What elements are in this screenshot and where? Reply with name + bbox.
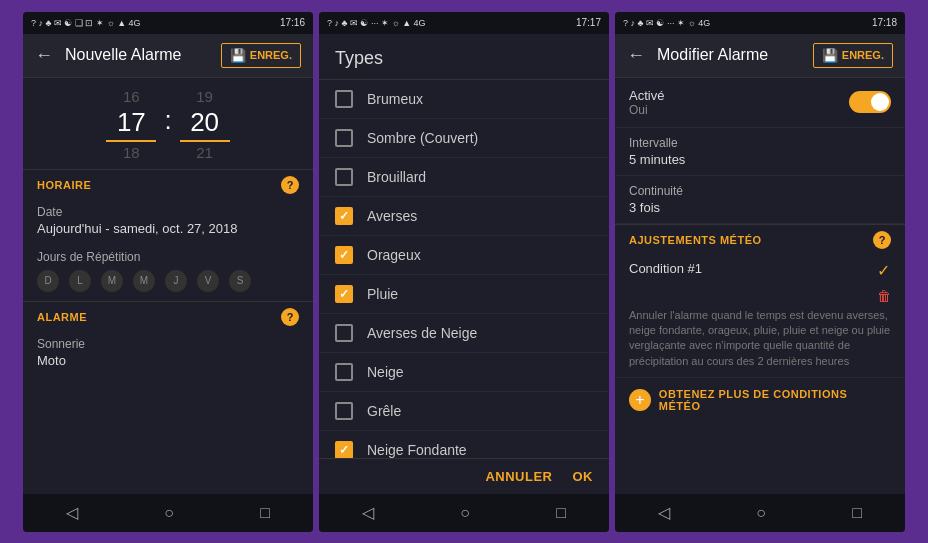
save-icon-3: 💾 [822, 48, 838, 63]
status-bar-3: ? ♪ ♣ ✉ ☯ ··· ✶ ☼ 4G 17:18 [615, 12, 905, 34]
back-button-3[interactable]: ← [627, 45, 645, 66]
type-label-4: Orageux [367, 247, 421, 263]
nav-back-3[interactable]: ◁ [658, 503, 670, 522]
checkbox-6[interactable] [335, 324, 353, 342]
nav-recent-1[interactable]: □ [260, 504, 270, 522]
day-J[interactable]: J [165, 270, 187, 292]
type-item-9[interactable]: Neige Fondante [319, 431, 609, 458]
checkbox-5[interactable] [335, 285, 353, 303]
type-item-0[interactable]: Brumeux [319, 80, 609, 119]
type-item-6[interactable]: Averses de Neige [319, 314, 609, 353]
day-M2[interactable]: M [133, 270, 155, 292]
nav-home-3[interactable]: ○ [756, 504, 766, 522]
nav-home-1[interactable]: ○ [164, 504, 174, 522]
type-item-1[interactable]: Sombre (Couvert) [319, 119, 609, 158]
condition-check-icon[interactable]: ✓ [877, 261, 891, 280]
continuity-label: Continuité [629, 184, 891, 198]
save-label-3: ENREG. [842, 49, 884, 61]
condition-delete-icon[interactable]: 🗑 [877, 288, 891, 304]
alarme-section: ALARME ? [23, 301, 313, 330]
type-item-8[interactable]: Grêle [319, 392, 609, 431]
time-picker: 16 17 18 : 19 20 21 [23, 78, 313, 169]
type-item-2[interactable]: Brouillard [319, 158, 609, 197]
hour-below[interactable]: 18 [123, 144, 140, 161]
hour-active[interactable]: 17 [106, 107, 156, 142]
type-label-6: Averses de Neige [367, 325, 477, 341]
adjustments-help-icon[interactable]: ? [873, 231, 891, 249]
time-1: 17:16 [280, 17, 305, 28]
status-bar-1: ? ♪ ♣ ✉ ☯ ❑ ⊡ ✶ ☼ ▲ 4G 17:16 [23, 12, 313, 34]
nav-bar-3: ◁ ○ □ [615, 494, 905, 532]
minute-active[interactable]: 20 [180, 107, 230, 142]
status-right-2: 17:17 [576, 17, 601, 28]
active-row: Activé Oui [615, 78, 905, 128]
checkbox-8[interactable] [335, 402, 353, 420]
header-title-3: Modifier Alarme [657, 46, 813, 64]
ok-button[interactable]: OK [573, 469, 594, 484]
status-right-3: 17:18 [872, 17, 897, 28]
cancel-button[interactable]: ANNULER [485, 469, 552, 484]
checkbox-2[interactable] [335, 168, 353, 186]
type-item-4[interactable]: Orageux [319, 236, 609, 275]
active-toggle[interactable] [849, 91, 891, 113]
day-L[interactable]: L [69, 270, 91, 292]
horaire-section: HORAIRE ? [23, 169, 313, 198]
add-condition-label: OBTENEZ PLUS DE CONDITIONS MÉTÉO [659, 388, 891, 412]
status-bar-2: ? ♪ ♣ ✉ ☯ ··· ✶ ☼ ▲ 4G 17:17 [319, 12, 609, 34]
checkbox-1[interactable] [335, 129, 353, 147]
type-item-3[interactable]: Averses [319, 197, 609, 236]
notification-icons-1: ? ♪ ♣ ✉ ☯ ❑ ⊡ ✶ ☼ ▲ 4G [31, 18, 141, 28]
types-header: Types [319, 34, 609, 80]
day-S[interactable]: S [229, 270, 251, 292]
type-label-3: Averses [367, 208, 417, 224]
notification-icons-3: ? ♪ ♣ ✉ ☯ ··· ✶ ☼ 4G [623, 18, 710, 28]
screen-3: ? ♪ ♣ ✉ ☯ ··· ✶ ☼ 4G 17:18 ← Modifier Al… [615, 12, 905, 532]
ringtone-label: Sonnerie [37, 337, 299, 351]
save-button-1[interactable]: 💾 ENREG. [221, 43, 301, 68]
nav-home-2[interactable]: ○ [460, 504, 470, 522]
minute-below[interactable]: 21 [196, 144, 213, 161]
header-title-1: Nouvelle Alarme [65, 46, 221, 64]
checkbox-3[interactable] [335, 207, 353, 225]
type-label-5: Pluie [367, 286, 398, 302]
nav-back-2[interactable]: ◁ [362, 503, 374, 522]
adjustments-section: AJUSTEMENTS MÉTÉO ? [615, 224, 905, 253]
hour-above[interactable]: 16 [123, 88, 140, 105]
types-list: BrumeuxSombre (Couvert)BrouillardAverses… [319, 80, 609, 458]
add-condition-row[interactable]: + OBTENEZ PLUS DE CONDITIONS MÉTÉO [615, 378, 905, 422]
interval-row[interactable]: Intervalle 5 minutes [615, 128, 905, 176]
checkbox-9[interactable] [335, 441, 353, 458]
alarme-label: ALARME [37, 311, 87, 323]
minute-above[interactable]: 19 [196, 88, 213, 105]
nav-back-1[interactable]: ◁ [66, 503, 78, 522]
type-label-8: Grêle [367, 403, 401, 419]
alarme-help-icon[interactable]: ? [281, 308, 299, 326]
status-left-2: ? ♪ ♣ ✉ ☯ ··· ✶ ☼ ▲ 4G [327, 18, 426, 28]
checkbox-4[interactable] [335, 246, 353, 264]
checkbox-0[interactable] [335, 90, 353, 108]
nav-recent-2[interactable]: □ [556, 504, 566, 522]
day-M1[interactable]: M [101, 270, 123, 292]
date-value: Aujourd'hui - samedi, oct. 27, 2018 [37, 221, 299, 236]
hour-col: 16 17 18 [106, 88, 156, 161]
screen-2: ? ♪ ♣ ✉ ☯ ··· ✶ ☼ ▲ 4G 17:17 Types Brume… [319, 12, 609, 532]
type-item-7[interactable]: Neige [319, 353, 609, 392]
interval-value: 5 minutes [629, 152, 891, 167]
condition-1-actions: ✓ 🗑 [877, 261, 891, 304]
day-V[interactable]: V [197, 270, 219, 292]
nav-recent-3[interactable]: □ [852, 504, 862, 522]
types-footer: ANNULER OK [319, 458, 609, 494]
minute-col: 19 20 21 [180, 88, 230, 161]
save-button-3[interactable]: 💾 ENREG. [813, 43, 893, 68]
horaire-help-icon[interactable]: ? [281, 176, 299, 194]
status-left-1: ? ♪ ♣ ✉ ☯ ❑ ⊡ ✶ ☼ ▲ 4G [31, 18, 141, 28]
nav-bar-2: ◁ ○ □ [319, 494, 609, 532]
day-D[interactable]: D [37, 270, 59, 292]
checkbox-7[interactable] [335, 363, 353, 381]
back-button-1[interactable]: ← [35, 45, 53, 66]
continuity-row[interactable]: Continuité 3 fois [615, 176, 905, 224]
screen1-content: 16 17 18 : 19 20 21 HORAIRE ? Date Aujou… [23, 78, 313, 494]
add-condition-icon[interactable]: + [629, 389, 651, 411]
type-item-5[interactable]: Pluie [319, 275, 609, 314]
status-left-3: ? ♪ ♣ ✉ ☯ ··· ✶ ☼ 4G [623, 18, 710, 28]
